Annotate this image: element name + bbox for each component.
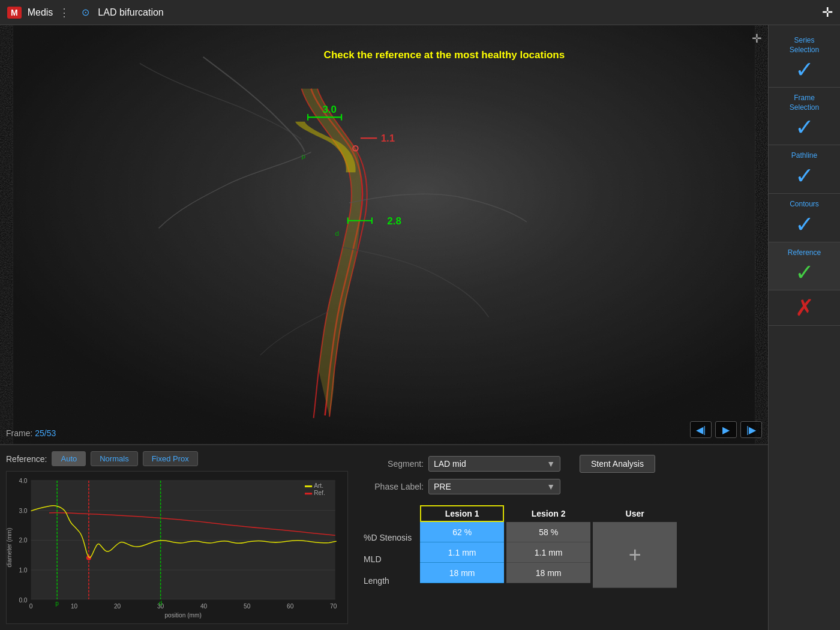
svg-text:p: p <box>302 152 305 160</box>
prev-frame-button[interactable]: ◀| <box>690 421 712 438</box>
frame-selection-label: FrameSelection <box>790 94 819 112</box>
svg-text:0: 0 <box>29 603 33 610</box>
series-selection-check[interactable]: ✓ <box>795 58 814 81</box>
window-icon: ⊙ <box>82 7 89 18</box>
series-selection-label: SeriesSelection <box>790 36 819 55</box>
next-frame-button[interactable]: |▶ <box>740 421 762 438</box>
mld-label: MLD <box>364 548 412 570</box>
svg-text:70: 70 <box>330 603 337 610</box>
user-add-btn[interactable]: + <box>593 522 677 588</box>
svg-text:1.1: 1.1 <box>381 133 395 144</box>
lesion-2-mld: 1.1 mm <box>506 542 590 563</box>
phase-label: Phase Label: <box>364 482 424 491</box>
svg-text:20: 20 <box>114 603 121 610</box>
svg-rect-2 <box>13 25 755 444</box>
lesion-1-mld: 1.1 mm <box>420 542 504 563</box>
svg-text:2.8: 2.8 <box>387 215 401 227</box>
reference-label: Reference: <box>6 454 47 464</box>
app-name: Medis <box>28 7 53 18</box>
lesion-1-length: 18 mm <box>420 563 504 583</box>
svg-rect-17 <box>31 481 335 599</box>
svg-text:Art.: Art. <box>314 482 323 489</box>
svg-text:position (mm): position (mm) <box>164 612 201 619</box>
pathline-label: Pathline <box>791 151 817 161</box>
segment-stent-row: Segment: LAD mid ▼ Stent Analysis <box>364 455 758 473</box>
stent-analysis-button[interactable]: Stent Analysis <box>580 455 655 473</box>
svg-text:d: d <box>335 229 339 237</box>
svg-rect-1 <box>13 25 755 444</box>
lesion-2-length: 18 mm <box>506 563 590 583</box>
pathline-section: Pathline ✓ <box>769 145 840 194</box>
chart-container: 4.0 3.0 2.0 1.0 0.0 0 10 20 30 40 50 60 … <box>6 471 348 624</box>
fixed-prox-ref-button[interactable]: Fixed Prox <box>143 451 198 466</box>
svg-text:50: 50 <box>244 603 251 610</box>
svg-text:diameter (mm): diameter (mm) <box>7 528 13 568</box>
nav-controls: ◀| ▶ |▶ <box>690 421 762 438</box>
svg-rect-46 <box>305 493 312 494</box>
svg-text:40: 40 <box>200 603 208 610</box>
svg-text:3.0: 3.0 <box>322 104 337 115</box>
main-layout: 3.0 1.1 2.8 p d <box>0 25 840 630</box>
svg-text:0.0: 0.0 <box>19 597 27 604</box>
lesion-1-header[interactable]: Lesion 1 <box>420 505 504 522</box>
center-area: 3.0 1.1 2.8 p d <box>0 25 768 630</box>
lesion-table: %D Stenosis MLD Length Lesion 1 62 % 1.1… <box>364 505 758 592</box>
svg-rect-0 <box>13 25 755 444</box>
segment-row: Segment: LAD mid ▼ <box>364 456 560 472</box>
lesion-2-header[interactable]: Lesion 2 <box>506 505 590 522</box>
bottom-panel: Reference: Auto Normals Fixed Prox <box>0 444 768 630</box>
cross-icon[interactable]: ✗ <box>795 296 814 319</box>
stenosis-label: %D Stenosis <box>364 527 412 548</box>
svg-text:60: 60 <box>287 603 294 610</box>
svg-text:d: d <box>159 600 163 607</box>
titlebar: M Medis ⋮ ⊙ LAD bifurcation ✛ <box>0 0 840 25</box>
segment-dropdown[interactable]: LAD mid ▼ <box>428 456 560 472</box>
pathline-check[interactable]: ✓ <box>795 164 814 187</box>
frame-indicator: Frame: 25/53 <box>6 428 56 438</box>
contours-label: Contours <box>790 200 819 209</box>
svg-text:3.0: 3.0 <box>19 508 27 514</box>
user-header[interactable]: User <box>593 505 677 522</box>
auto-ref-button[interactable]: Auto <box>52 451 86 466</box>
phase-dropdown[interactable]: PRE ▼ <box>428 479 560 494</box>
svg-text:4.0: 4.0 <box>19 478 27 484</box>
length-label: Length <box>364 570 412 592</box>
svg-text:Ref.: Ref. <box>314 490 325 496</box>
user-column: User + <box>593 505 677 592</box>
lesion-2-column: Lesion 2 58 % 1.1 mm 18 mm <box>506 505 590 592</box>
menu-dots[interactable]: ⋮ <box>59 6 70 19</box>
frame-number: 25/53 <box>35 428 56 438</box>
measurements-panel: Segment: LAD mid ▼ Stent Analysis Phase … <box>354 445 768 630</box>
cross-section: ✗ <box>769 290 840 326</box>
lesion-row-labels: %D Stenosis MLD Length <box>364 505 420 592</box>
frame-selection-check[interactable]: ✓ <box>795 116 814 139</box>
normals-ref-button[interactable]: Normals <box>91 451 137 466</box>
svg-point-9 <box>353 146 358 151</box>
frame-selection-section: FrameSelection ✓ <box>769 88 840 145</box>
svg-rect-44 <box>305 485 312 487</box>
play-button[interactable]: ▶ <box>715 421 737 438</box>
move-icon[interactable]: ✛ <box>822 5 833 20</box>
phase-row: Phase Label: PRE ▼ <box>364 479 758 494</box>
window-title: LAD bifurcation <box>98 7 163 18</box>
contours-check[interactable]: ✓ <box>795 213 814 236</box>
svg-text:p: p <box>55 600 59 607</box>
viewport[interactable]: 3.0 1.1 2.8 p d <box>0 25 768 444</box>
segment-label: Segment: <box>364 459 424 469</box>
logo-badge: M <box>7 7 22 19</box>
contours-section: Contours ✓ <box>769 194 840 242</box>
chart-area: Reference: Auto Normals Fixed Prox <box>0 445 354 630</box>
lesion-1-stenosis: 62 % <box>420 522 504 542</box>
svg-text:2.0: 2.0 <box>19 537 27 544</box>
reference-controls: Reference: Auto Normals Fixed Prox <box>6 451 348 466</box>
reference-section: Reference ✓ <box>769 242 840 291</box>
series-selection-section: SeriesSelection ✓ <box>769 30 840 88</box>
reference-check[interactable]: ✓ <box>795 261 814 284</box>
lesion-2-stenosis: 58 % <box>506 522 590 542</box>
reference-label: Reference <box>788 248 821 258</box>
instruction-text: Check the reference at the most healthy … <box>324 49 565 61</box>
lesion-1-column: Lesion 1 62 % 1.1 mm 18 mm <box>420 505 504 592</box>
expand-icon[interactable]: ✛ <box>752 31 762 46</box>
svg-text:10: 10 <box>71 603 78 610</box>
svg-text:1.0: 1.0 <box>19 567 27 574</box>
